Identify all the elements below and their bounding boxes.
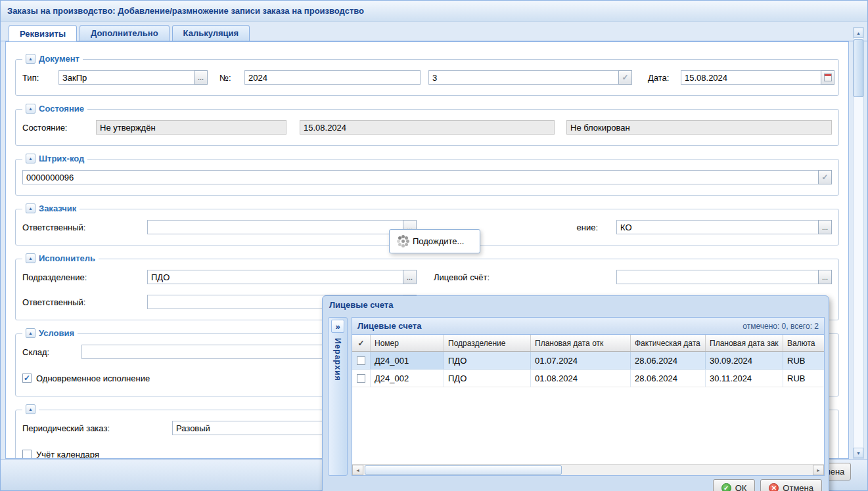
collapse-toggle[interactable]: ▲ (26, 203, 35, 213)
expand-hierarchy-button[interactable]: » (331, 320, 344, 333)
collapse-toggle[interactable]: ▲ (26, 154, 35, 163)
grid-horizontal-scrollbar[interactable]: ◄ ► (352, 464, 824, 475)
executor-division-lookup-button[interactable]: ... (403, 270, 417, 284)
wait-popup: Подождите... (389, 229, 480, 253)
row-checkbox[interactable] (357, 356, 365, 365)
scroll-down-button[interactable]: ▼ (854, 448, 863, 458)
cancel-icon: ✕ (769, 483, 779, 491)
scroll-up-button[interactable]: ▲ (854, 28, 863, 38)
spinner-icon (401, 240, 405, 243)
scrollbar-thumb[interactable] (854, 39, 863, 97)
customer-division-label-fragment: ение: (576, 223, 598, 232)
column-header-plan-open[interactable]: Плановая дата отк (531, 335, 631, 351)
scroll-right-icon: ► (816, 468, 821, 473)
customer-responsible-input[interactable] (147, 220, 403, 234)
barcode-input[interactable] (22, 170, 819, 184)
window-titlebar: Заказы на производство: Добавление/размн… (1, 1, 867, 22)
number2-input[interactable] (428, 70, 619, 85)
state-status-input (96, 120, 286, 135)
number-apply-button[interactable]: ✓ (618, 70, 632, 85)
cell-text: RUB (787, 374, 805, 383)
group-title: Документ (39, 54, 80, 64)
tab-kalkulyaciya[interactable]: Калькуляция (172, 25, 250, 41)
collapse-toggle[interactable]: ▲ (26, 253, 35, 263)
scroll-right-button[interactable]: ► (813, 465, 824, 475)
cell-checkbox (352, 370, 371, 387)
accounts-grid-title: Лицевые счета (357, 321, 421, 331)
tab-label: Калькуляция (183, 28, 239, 38)
cell-plan-close: 30.09.2024 (706, 352, 783, 369)
date-label: Дата: (648, 73, 681, 83)
check-icon: ✓ (821, 173, 828, 182)
hierarchy-tab-label[interactable]: Иерархия (333, 338, 342, 381)
accounts-dialog-titlebar: Лицевые счета (323, 296, 829, 313)
main-scrollbar[interactable]: ▲ ▼ (853, 27, 864, 459)
column-header-plan-close[interactable]: Плановая дата зак (706, 335, 783, 351)
tab-dopolnitelno[interactable]: Дополнительно (80, 25, 170, 41)
selection-counter: отмечено: 0, всего: 2 (742, 322, 819, 331)
customer-division-input[interactable] (616, 220, 819, 234)
group-title: Штрих-код (39, 154, 84, 163)
date-picker-button[interactable] (821, 70, 834, 85)
date-combo (681, 70, 834, 85)
simultaneous-checkbox[interactable]: ✓ (22, 374, 32, 383)
ellipsis-icon: ... (198, 74, 204, 81)
collapse-icon: ▲ (28, 256, 33, 261)
date-input[interactable] (681, 70, 821, 85)
collapse-icon: ▲ (28, 331, 33, 335)
accounts-grid-panel: Лицевые счета отмечено: 0, всего: 2 ✓ Но… (352, 317, 825, 476)
dialog-cancel-button[interactable]: ✕ Отмена (760, 479, 822, 491)
number-input[interactable] (244, 70, 421, 85)
customer-division-lookup-button[interactable]: ... (818, 220, 832, 234)
executor-division-input[interactable] (147, 270, 403, 284)
group-barcode-legend: ▲ Штрих-код (22, 154, 87, 163)
collapse-toggle[interactable]: ▲ (26, 328, 35, 338)
column-header-row: ✓ Номер Подразделение Плановая дата отк … (352, 335, 824, 352)
collapse-toggle[interactable]: ▲ (26, 404, 35, 414)
column-header-number[interactable]: Номер (371, 335, 444, 351)
account-input[interactable] (616, 270, 819, 284)
table-row[interactable]: Д24_001 ПДО 01.07.2024 28.06.2024 30.09.… (352, 352, 824, 370)
cell-fact-date: 28.06.2024 (631, 370, 706, 387)
cell-division: ПДО (444, 370, 531, 387)
cell-text: ПДО (448, 356, 467, 366)
cell-fact-date: 28.06.2024 (631, 352, 706, 369)
scroll-left-button[interactable]: ◄ (352, 465, 363, 475)
column-label: Плановая дата зак (710, 339, 779, 348)
executor-row-1: Подразделение: ... Лицевой счёт: ... (22, 269, 832, 285)
type-label: Тип: (22, 73, 58, 83)
collapse-toggle[interactable]: ▲ (26, 104, 35, 114)
barcode-row: ✓ (22, 169, 832, 185)
cell-currency: RUB (783, 370, 824, 387)
warehouse-label: Склад: (22, 347, 81, 357)
horizontal-scrollbar-thumb[interactable] (365, 465, 562, 475)
cell-checkbox (352, 352, 371, 369)
collapse-toggle[interactable]: ▲ (26, 54, 35, 64)
table-row[interactable]: Д24_002 ПДО 01.08.2024 28.06.2024 30.11.… (352, 370, 824, 387)
column-label: Номер (375, 339, 399, 348)
check-icon: ✓ (357, 339, 364, 348)
barcode-apply-button[interactable]: ✓ (818, 170, 832, 184)
group-title: Состояние (39, 104, 84, 114)
type-lookup-button[interactable]: ... (194, 70, 208, 85)
executor-division-label: Подразделение: (22, 272, 147, 282)
column-header-fact-date[interactable]: Фактическая дата (631, 335, 706, 351)
cell-plan-open: 01.08.2024 (531, 370, 631, 387)
select-all-column-header[interactable]: ✓ (352, 335, 371, 351)
column-header-division[interactable]: Подразделение (444, 335, 531, 351)
ok-button[interactable]: ✓ ОК (713, 479, 756, 491)
barcode-combo: ✓ (22, 170, 832, 184)
cell-text: 01.07.2024 (535, 356, 578, 366)
group-state: ▲ Состояние Состояние: (15, 109, 839, 146)
group-barcode: ▲ Штрих-код ✓ (15, 159, 839, 196)
row-checkbox[interactable] (357, 374, 365, 383)
account-label: Лицевой счёт: (434, 272, 490, 282)
type-input[interactable] (58, 70, 194, 85)
tab-rekvizity[interactable]: Реквизиты (9, 25, 77, 41)
document-row: Тип: ... №: ✓ Дата: (22, 70, 832, 85)
column-header-currency[interactable]: Валюта (783, 335, 824, 351)
group-customer-legend: ▲ Заказчик (22, 203, 80, 213)
account-lookup-button[interactable]: ... (818, 270, 832, 284)
cell-text: ПДО (448, 374, 467, 383)
calendar-checkbox[interactable] (22, 450, 32, 459)
